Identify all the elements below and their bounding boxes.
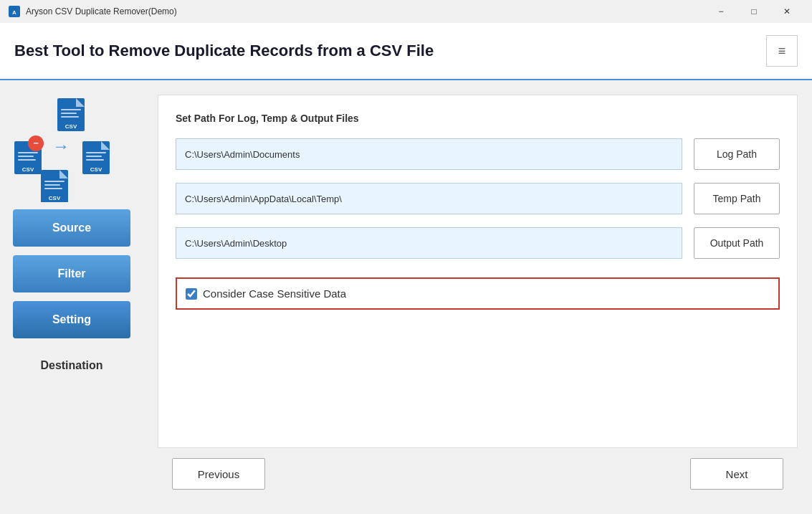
svg-rect-6 bbox=[61, 116, 79, 118]
output-path-input[interactable] bbox=[176, 227, 682, 259]
svg-rect-27 bbox=[44, 188, 62, 189]
svg-rect-12 bbox=[18, 159, 36, 161]
app-title: Aryson CSV Duplicate Remover(Demo) bbox=[26, 6, 704, 16]
app-icon: A bbox=[9, 6, 20, 17]
svg-rect-11 bbox=[18, 156, 34, 157]
svg-text:−: − bbox=[33, 138, 39, 148]
case-sensitive-label[interactable]: Consider Case Sensitive Data bbox=[203, 287, 346, 300]
svg-text:A: A bbox=[12, 9, 16, 16]
maximize-button[interactable]: □ bbox=[737, 0, 770, 23]
svg-text:CSV: CSV bbox=[49, 195, 61, 201]
svg-text:CSV: CSV bbox=[22, 166, 34, 173]
previous-button[interactable]: Previous bbox=[172, 458, 265, 490]
minimize-button[interactable]: − bbox=[704, 0, 737, 23]
svg-rect-5 bbox=[61, 113, 77, 114]
svg-text:CSV: CSV bbox=[90, 166, 102, 173]
sidebar-nav: Source Filter Setting Destination bbox=[7, 209, 136, 384]
svg-rect-20 bbox=[86, 156, 102, 157]
svg-text:CSV: CSV bbox=[65, 123, 77, 130]
header: Best Tool to Remove Duplicate Records fr… bbox=[0, 23, 812, 80]
svg-text:→: → bbox=[52, 136, 70, 156]
log-path-input[interactable] bbox=[176, 138, 682, 170]
output-path-row: Output Path bbox=[176, 227, 780, 259]
svg-rect-4 bbox=[61, 109, 81, 110]
case-sensitive-container: Consider Case Sensitive Data bbox=[176, 277, 780, 310]
close-button[interactable]: ✕ bbox=[770, 0, 803, 23]
log-path-button[interactable]: Log Path bbox=[694, 138, 780, 170]
svg-rect-19 bbox=[86, 152, 106, 153]
log-path-row: Log Path bbox=[176, 138, 780, 170]
window-controls: − □ ✕ bbox=[704, 0, 803, 23]
titlebar: A Aryson CSV Duplicate Remover(Demo) − □… bbox=[0, 0, 812, 23]
next-button[interactable]: Next bbox=[690, 458, 783, 490]
sidebar-item-setting[interactable]: Setting bbox=[13, 301, 130, 338]
output-path-button[interactable]: Output Path bbox=[694, 227, 780, 259]
temp-path-input[interactable] bbox=[176, 183, 682, 214]
page-title: Best Tool to Remove Duplicate Records fr… bbox=[14, 42, 434, 60]
sidebar-item-filter[interactable]: Filter bbox=[13, 255, 130, 292]
temp-path-row: Temp Path bbox=[176, 183, 780, 214]
main-layout: CSV CSV − → bbox=[0, 80, 812, 514]
content-area: Set Path For Log, Temp & Output Files Lo… bbox=[143, 80, 812, 514]
sidebar-item-destination: Destination bbox=[13, 347, 130, 384]
sidebar: CSV CSV − → bbox=[0, 80, 143, 514]
temp-path-button[interactable]: Temp Path bbox=[694, 183, 780, 214]
panel-title: Set Path For Log, Temp & Output Files bbox=[176, 113, 780, 124]
sidebar-item-source[interactable]: Source bbox=[13, 209, 130, 247]
svg-rect-10 bbox=[18, 152, 38, 153]
menu-button[interactable]: ≡ bbox=[766, 35, 798, 67]
case-sensitive-checkbox[interactable] bbox=[186, 288, 197, 300]
settings-panel: Set Path For Log, Temp & Output Files Lo… bbox=[158, 95, 798, 448]
svg-rect-25 bbox=[44, 181, 65, 182]
svg-rect-26 bbox=[44, 184, 60, 186]
sidebar-illustration: CSV CSV − → bbox=[11, 95, 133, 202]
svg-rect-21 bbox=[86, 159, 104, 161]
bottom-bar: Previous Next bbox=[158, 448, 798, 500]
